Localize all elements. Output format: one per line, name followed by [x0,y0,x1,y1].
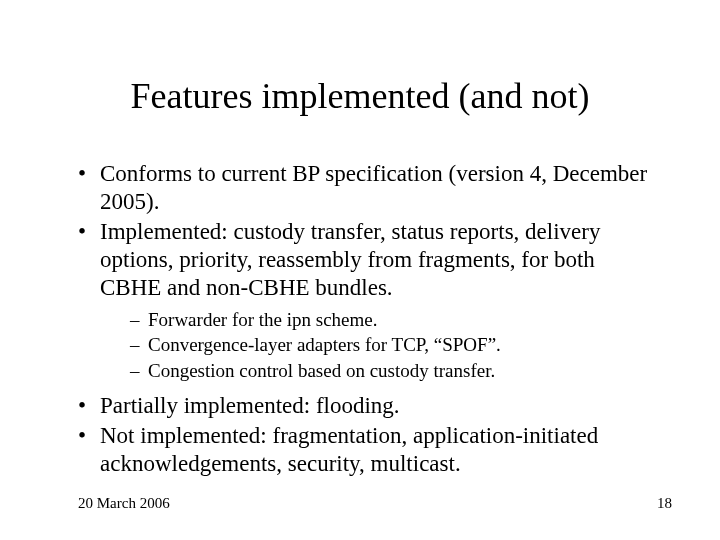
slide-body: Conforms to current BP specification (ve… [78,160,660,480]
sub-bullet-text: Convergence-layer adapters for TCP, “SPO… [148,334,501,355]
bullet-list: Conforms to current BP specification (ve… [78,160,660,478]
footer-page-number: 18 [657,495,672,512]
bullet-item: Not implemented: fragmentation, applicat… [78,422,660,478]
bullet-text: Not implemented: fragmentation, applicat… [100,423,598,476]
slide: Features implemented (and not) Conforms … [0,0,720,540]
bullet-item: Implemented: custody transfer, status re… [78,218,660,382]
sub-bullet-text: Congestion control based on custody tran… [148,360,495,381]
sub-bullet-item: Convergence-layer adapters for TCP, “SPO… [130,333,660,356]
bullet-item: Partially implemented: flooding. [78,392,660,420]
bullet-item: Conforms to current BP specification (ve… [78,160,660,216]
bullet-text: Partially implemented: flooding. [100,393,400,418]
bullet-text: Implemented: custody transfer, status re… [100,219,600,300]
slide-title: Features implemented (and not) [0,75,720,117]
bullet-text: Conforms to current BP specification (ve… [100,161,647,214]
footer-date: 20 March 2006 [78,495,170,512]
sub-bullet-item: Forwarder for the ipn scheme. [130,308,660,331]
sub-bullet-item: Congestion control based on custody tran… [130,359,660,382]
sub-bullet-list: Forwarder for the ipn scheme. Convergenc… [100,308,660,382]
sub-bullet-text: Forwarder for the ipn scheme. [148,309,378,330]
